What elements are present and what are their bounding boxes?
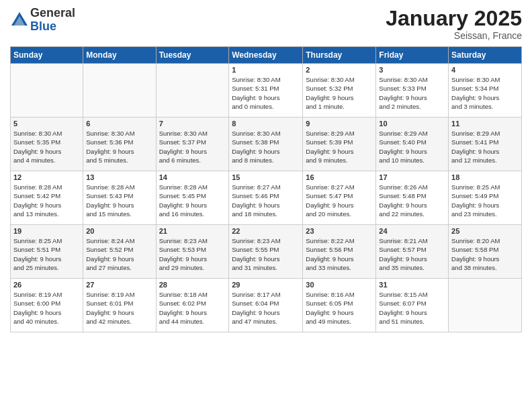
calendar-week-4: 26Sunrise: 8:19 AM Sunset: 6:00 PM Dayli… (11, 279, 522, 332)
calendar-cell: 14Sunrise: 8:28 AM Sunset: 5:45 PM Dayli… (156, 171, 229, 225)
day-number: 11 (451, 120, 519, 128)
logo-general-text: General (30, 7, 75, 20)
calendar-cell: 25Sunrise: 8:20 AM Sunset: 5:58 PM Dayli… (449, 225, 522, 279)
col-tuesday: Tuesday (156, 47, 229, 64)
day-number: 16 (306, 173, 373, 181)
calendar-cell: 4Sunrise: 8:30 AM Sunset: 5:34 PM Daylig… (449, 64, 522, 118)
calendar-cell (449, 279, 522, 332)
day-number: 8 (232, 120, 300, 128)
calendar-cell: 7Sunrise: 8:30 AM Sunset: 5:37 PM Daylig… (156, 118, 229, 171)
day-info: Sunrise: 8:26 AM Sunset: 5:48 PM Dayligh… (379, 183, 445, 218)
day-info: Sunrise: 8:27 AM Sunset: 5:46 PM Dayligh… (232, 183, 300, 218)
day-number: 19 (13, 227, 80, 235)
day-info: Sunrise: 8:27 AM Sunset: 5:47 PM Dayligh… (306, 183, 373, 218)
day-info: Sunrise: 8:15 AM Sunset: 6:07 PM Dayligh… (379, 290, 445, 326)
day-number: 2 (306, 66, 373, 74)
day-info: Sunrise: 8:29 AM Sunset: 5:40 PM Dayligh… (379, 129, 445, 165)
calendar-cell: 29Sunrise: 8:17 AM Sunset: 6:04 PM Dayli… (229, 279, 303, 332)
calendar-week-0: 1Sunrise: 8:30 AM Sunset: 5:31 PM Daylig… (11, 64, 522, 118)
col-sunday: Sunday (11, 47, 83, 64)
calendar-cell: 2Sunrise: 8:30 AM Sunset: 5:32 PM Daylig… (303, 64, 376, 118)
logo-icon (10, 11, 29, 30)
day-number: 6 (86, 120, 152, 128)
day-info: Sunrise: 8:30 AM Sunset: 5:33 PM Dayligh… (379, 75, 445, 111)
day-number: 3 (379, 66, 445, 74)
day-number: 26 (13, 281, 80, 289)
calendar-cell: 24Sunrise: 8:21 AM Sunset: 5:57 PM Dayli… (376, 225, 449, 279)
calendar-cell: 17Sunrise: 8:26 AM Sunset: 5:48 PM Dayli… (376, 171, 449, 225)
day-info: Sunrise: 8:18 AM Sunset: 6:02 PM Dayligh… (159, 290, 226, 326)
day-number: 20 (86, 227, 152, 235)
day-info: Sunrise: 8:22 AM Sunset: 5:56 PM Dayligh… (306, 236, 373, 272)
calendar-cell: 26Sunrise: 8:19 AM Sunset: 6:00 PM Dayli… (11, 279, 83, 332)
day-info: Sunrise: 8:25 AM Sunset: 5:51 PM Dayligh… (13, 236, 80, 272)
day-number: 27 (86, 281, 152, 289)
day-number: 25 (451, 227, 519, 235)
day-number: 5 (13, 120, 80, 128)
day-number: 28 (159, 281, 226, 289)
day-number: 12 (13, 173, 80, 181)
calendar-cell: 22Sunrise: 8:23 AM Sunset: 5:55 PM Dayli… (229, 225, 303, 279)
calendar-table: Sunday Monday Tuesday Wednesday Thursday… (10, 46, 522, 332)
calendar-cell: 28Sunrise: 8:18 AM Sunset: 6:02 PM Dayli… (156, 279, 229, 332)
day-info: Sunrise: 8:30 AM Sunset: 5:32 PM Dayligh… (306, 75, 373, 111)
day-info: Sunrise: 8:29 AM Sunset: 5:39 PM Dayligh… (306, 129, 373, 165)
day-info: Sunrise: 8:30 AM Sunset: 5:35 PM Dayligh… (13, 129, 80, 165)
calendar-week-3: 19Sunrise: 8:25 AM Sunset: 5:51 PM Dayli… (11, 225, 522, 279)
logo-blue-text: Blue (30, 20, 75, 34)
day-number: 1 (232, 66, 300, 74)
day-info: Sunrise: 8:28 AM Sunset: 5:45 PM Dayligh… (159, 183, 226, 218)
col-wednesday: Wednesday (229, 47, 303, 64)
calendar-cell: 6Sunrise: 8:30 AM Sunset: 5:36 PM Daylig… (83, 118, 156, 171)
day-info: Sunrise: 8:28 AM Sunset: 5:43 PM Dayligh… (86, 183, 152, 218)
day-number: 10 (379, 120, 445, 128)
calendar-cell (83, 64, 156, 118)
calendar-cell: 31Sunrise: 8:15 AM Sunset: 6:07 PM Dayli… (376, 279, 449, 332)
calendar-cell: 5Sunrise: 8:30 AM Sunset: 5:35 PM Daylig… (11, 118, 83, 171)
day-info: Sunrise: 8:29 AM Sunset: 5:41 PM Dayligh… (451, 129, 519, 165)
month-title: January 2025 (386, 7, 522, 30)
title-area: January 2025 Seissan, France (386, 7, 522, 41)
day-number: 18 (451, 173, 519, 181)
calendar-cell: 15Sunrise: 8:27 AM Sunset: 5:46 PM Dayli… (229, 171, 303, 225)
calendar-cell: 23Sunrise: 8:22 AM Sunset: 5:56 PM Dayli… (303, 225, 376, 279)
location-subtitle: Seissan, France (386, 30, 522, 41)
calendar-cell: 20Sunrise: 8:24 AM Sunset: 5:52 PM Dayli… (83, 225, 156, 279)
day-info: Sunrise: 8:19 AM Sunset: 6:01 PM Dayligh… (86, 290, 152, 326)
day-info: Sunrise: 8:30 AM Sunset: 5:34 PM Dayligh… (451, 75, 519, 111)
page-container: General Blue January 2025 Seissan, Franc… (0, 0, 532, 339)
col-friday: Friday (376, 47, 449, 64)
day-number: 7 (159, 120, 226, 128)
header: General Blue January 2025 Seissan, Franc… (10, 7, 522, 41)
day-info: Sunrise: 8:23 AM Sunset: 5:55 PM Dayligh… (232, 236, 300, 272)
col-thursday: Thursday (303, 47, 376, 64)
calendar-cell: 19Sunrise: 8:25 AM Sunset: 5:51 PM Dayli… (11, 225, 83, 279)
calendar-cell: 12Sunrise: 8:28 AM Sunset: 5:42 PM Dayli… (11, 171, 83, 225)
calendar-cell: 3Sunrise: 8:30 AM Sunset: 5:33 PM Daylig… (376, 64, 449, 118)
calendar-body: 1Sunrise: 8:30 AM Sunset: 5:31 PM Daylig… (11, 64, 522, 332)
day-number: 9 (306, 120, 373, 128)
day-info: Sunrise: 8:25 AM Sunset: 5:49 PM Dayligh… (451, 183, 519, 218)
day-info: Sunrise: 8:24 AM Sunset: 5:52 PM Dayligh… (86, 236, 152, 272)
header-row: Sunday Monday Tuesday Wednesday Thursday… (11, 47, 522, 64)
calendar-header: Sunday Monday Tuesday Wednesday Thursday… (11, 47, 522, 64)
calendar-cell: 10Sunrise: 8:29 AM Sunset: 5:40 PM Dayli… (376, 118, 449, 171)
col-saturday: Saturday (449, 47, 522, 64)
calendar-cell: 18Sunrise: 8:25 AM Sunset: 5:49 PM Dayli… (449, 171, 522, 225)
day-number: 13 (86, 173, 152, 181)
calendar-cell: 27Sunrise: 8:19 AM Sunset: 6:01 PM Dayli… (83, 279, 156, 332)
calendar-cell: 13Sunrise: 8:28 AM Sunset: 5:43 PM Dayli… (83, 171, 156, 225)
calendar-cell: 8Sunrise: 8:30 AM Sunset: 5:38 PM Daylig… (229, 118, 303, 171)
calendar-cell: 9Sunrise: 8:29 AM Sunset: 5:39 PM Daylig… (303, 118, 376, 171)
day-info: Sunrise: 8:17 AM Sunset: 6:04 PM Dayligh… (232, 290, 300, 326)
day-info: Sunrise: 8:16 AM Sunset: 6:05 PM Dayligh… (306, 290, 373, 326)
day-info: Sunrise: 8:30 AM Sunset: 5:38 PM Dayligh… (232, 129, 300, 165)
col-monday: Monday (83, 47, 156, 64)
day-number: 14 (159, 173, 226, 181)
day-number: 24 (379, 227, 445, 235)
day-info: Sunrise: 8:28 AM Sunset: 5:42 PM Dayligh… (13, 183, 80, 218)
calendar-cell: 1Sunrise: 8:30 AM Sunset: 5:31 PM Daylig… (229, 64, 303, 118)
calendar-cell: 11Sunrise: 8:29 AM Sunset: 5:41 PM Dayli… (449, 118, 522, 171)
calendar-cell (11, 64, 83, 118)
calendar-cell: 16Sunrise: 8:27 AM Sunset: 5:47 PM Dayli… (303, 171, 376, 225)
